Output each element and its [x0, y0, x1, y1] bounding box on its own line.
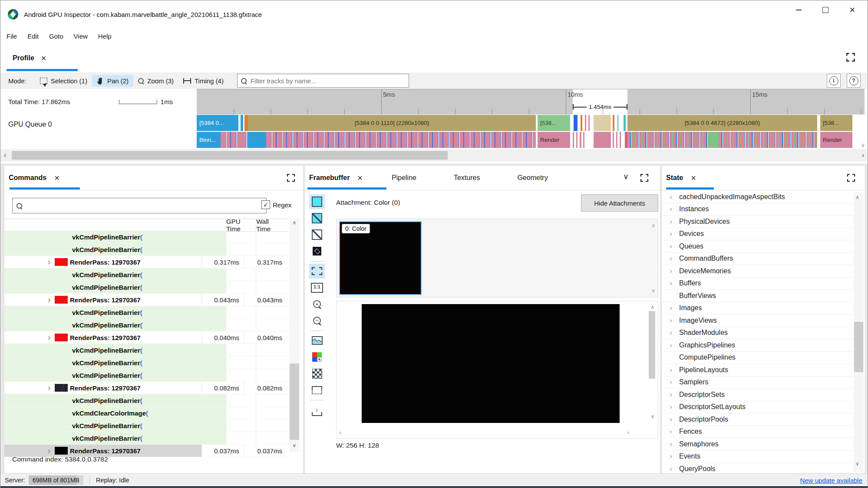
scroll-up-icon[interactable]: ∧ — [290, 219, 299, 226]
command-row[interactable]: vkCmdClearColorImage( — [4, 407, 288, 419]
state-tree-item[interactable]: › ImageViews — [662, 314, 853, 327]
zoom-actual-size-icon[interactable]: 1:1 — [309, 280, 325, 295]
command-row[interactable]: vkCmdPipelineBarrier( — [4, 231, 288, 243]
tab-close-icon[interactable]: × — [691, 174, 696, 182]
command-row[interactable]: vkCmdPipelineBarrier( — [4, 306, 288, 319]
expand-chevron-icon[interactable]: › — [670, 378, 672, 386]
flip-vertically-icon[interactable] — [309, 383, 325, 397]
filter-tracks-input[interactable] — [250, 77, 405, 85]
scroll-left-icon[interactable]: ‹ — [339, 429, 341, 436]
tab-state[interactable]: State × — [666, 168, 696, 187]
expand-chevron-icon[interactable]: › — [670, 415, 672, 423]
command-row[interactable]: › RenderPass: 12970367 0.043ms 0.043ms — [4, 294, 288, 306]
save-image-icon[interactable]: ↓ — [309, 403, 325, 418]
state-tree-item[interactable]: › Semaphores — [662, 438, 853, 451]
menu-item[interactable]: Goto — [44, 33, 69, 40]
command-row[interactable]: vkCmdPipelineBarrier( — [4, 432, 288, 445]
zoom-to-fit-icon[interactable] — [309, 264, 325, 278]
shaded-wireframe-mode-icon[interactable] — [309, 211, 325, 226]
gpu-slice[interactable] — [221, 132, 241, 148]
state-tree-item[interactable]: › cachedUnpackedImageAspectBits — [662, 191, 853, 203]
expand-chevron-icon[interactable]: › — [48, 383, 55, 393]
state-tree-item[interactable]: › PipelineLayouts — [662, 364, 853, 377]
expand-chevron-icon[interactable]: › — [48, 332, 55, 343]
maximize-button[interactable] — [812, 1, 839, 19]
scroll-up-icon[interactable]: ∧ — [651, 223, 655, 229]
gpu-slice[interactable] — [241, 132, 248, 148]
expand-chevron-icon[interactable]: › — [670, 403, 672, 411]
command-row[interactable]: vkCmdPipelineBarrier( — [4, 319, 288, 331]
column-wall-time[interactable]: Wall Time — [256, 219, 288, 231]
command-row[interactable]: vkCmdPipelineBarrier( — [4, 419, 288, 432]
state-tree-item[interactable]: › Images — [662, 302, 853, 315]
command-row[interactable]: › RenderPass: 12970367 0.317ms 0.317ms — [4, 256, 288, 269]
state-tree-item[interactable]: › Devices — [662, 228, 853, 241]
command-row[interactable]: › RenderPass: 12970367 0.040ms 0.040ms — [4, 331, 288, 344]
expand-chevron-icon[interactable]: › — [670, 279, 672, 287]
command-row[interactable]: vkCmdPipelineBarrier( — [4, 369, 288, 382]
expand-chevron-icon[interactable]: › — [670, 328, 672, 337]
state-tree-item[interactable]: ComputePipelines — [662, 352, 853, 364]
state-tree-item[interactable]: › Samplers — [662, 377, 853, 389]
gpu-slice[interactable] — [708, 132, 719, 148]
gpu-slice[interactable] — [241, 115, 243, 131]
wireframe-mode-icon[interactable] — [309, 227, 325, 242]
gpu-slice[interactable] — [583, 132, 584, 148]
commands-search-field[interactable] — [12, 198, 267, 213]
gpu-slice[interactable]: Binn... — [197, 132, 221, 148]
expand-chevron-icon[interactable]: › — [670, 316, 672, 324]
expand-chevron-icon[interactable]: › — [48, 445, 55, 456]
expand-chevron-icon[interactable]: › — [670, 254, 672, 262]
state-tree-item[interactable]: › GraphicsPipelines — [662, 339, 853, 352]
gpu-slice[interactable] — [620, 132, 621, 148]
selection-mode-button[interactable]: Selection (1) — [35, 75, 92, 87]
gpu-slice[interactable] — [594, 115, 611, 131]
menu-item[interactable]: Help — [93, 33, 117, 40]
state-tree-item[interactable]: › ShaderModules — [662, 327, 853, 340]
gpu-slice[interactable]: [5384 0 0 1110] (2280x1080) — [248, 115, 536, 131]
expand-chevron-icon[interactable]: › — [670, 205, 672, 213]
scroll-down-icon[interactable]: ∨ — [290, 442, 299, 449]
scrollbar-thumb[interactable] — [290, 364, 299, 440]
framebuffer-image[interactable] — [362, 304, 620, 423]
zoom-out-icon[interactable]: − — [309, 313, 325, 328]
expand-chevron-icon[interactable]: › — [670, 465, 672, 473]
gpu-slice[interactable]: [538... — [538, 115, 570, 131]
scroll-left-icon[interactable]: ‹ — [4, 149, 6, 161]
tab-profile[interactable]: Profile × — [6, 47, 53, 69]
overdraw-mode-icon[interactable] — [309, 244, 325, 259]
expand-chevron-icon[interactable]: › — [670, 452, 672, 460]
expand-chevron-icon[interactable]: › — [670, 341, 672, 349]
scroll-right-icon[interactable]: › — [862, 149, 864, 161]
shaded-mode-icon[interactable] — [309, 194, 325, 209]
state-tree-item[interactable]: › Fences — [662, 426, 853, 439]
scroll-down-icon[interactable]: ∨ — [650, 413, 654, 419]
expand-chevron-icon[interactable]: › — [48, 295, 55, 305]
close-button[interactable]: × — [839, 1, 866, 19]
scrollbar-thumb[interactable] — [649, 311, 655, 379]
background-checkerboard-icon[interactable] — [309, 366, 325, 381]
state-tree-item[interactable]: › DescriptorPools — [662, 413, 853, 426]
tab-item[interactable]: Geometry — [517, 174, 548, 182]
fullscreen-icon[interactable] — [285, 172, 297, 184]
gpu-slice[interactable]: Render — [820, 132, 852, 148]
command-row[interactable]: vkCmdPipelineBarrier( — [4, 357, 288, 369]
state-tree-item[interactable]: › DescriptorSetLayouts — [662, 401, 853, 414]
gpu-slice[interactable] — [624, 115, 626, 131]
expand-chevron-icon[interactable]: › — [48, 257, 55, 267]
command-row[interactable]: vkCmdPipelineBarrier( — [4, 269, 288, 281]
tab-list-chevron-icon[interactable]: ∨ — [623, 172, 629, 181]
scroll-up-icon[interactable]: ∧ — [855, 194, 859, 200]
state-tree-item[interactable]: › PhysicalDevices — [662, 216, 853, 228]
scroll-down-icon[interactable]: ∨ — [855, 461, 859, 467]
render-image-icon[interactable] — [309, 333, 325, 348]
expand-chevron-icon[interactable]: › — [670, 229, 672, 238]
gpu-slice[interactable] — [719, 132, 817, 148]
gpu-slice[interactable] — [588, 115, 590, 131]
hide-attachments-button[interactable]: Hide Attachments — [581, 194, 658, 212]
info-button[interactable]: i — [827, 74, 841, 88]
expand-chevron-icon[interactable]: › — [670, 217, 672, 226]
gpu-slice[interactable] — [574, 115, 578, 131]
command-row[interactable]: vkCmdPipelineBarrier( — [4, 243, 288, 256]
command-row[interactable]: vkCmdPipelineBarrier( — [4, 394, 288, 407]
